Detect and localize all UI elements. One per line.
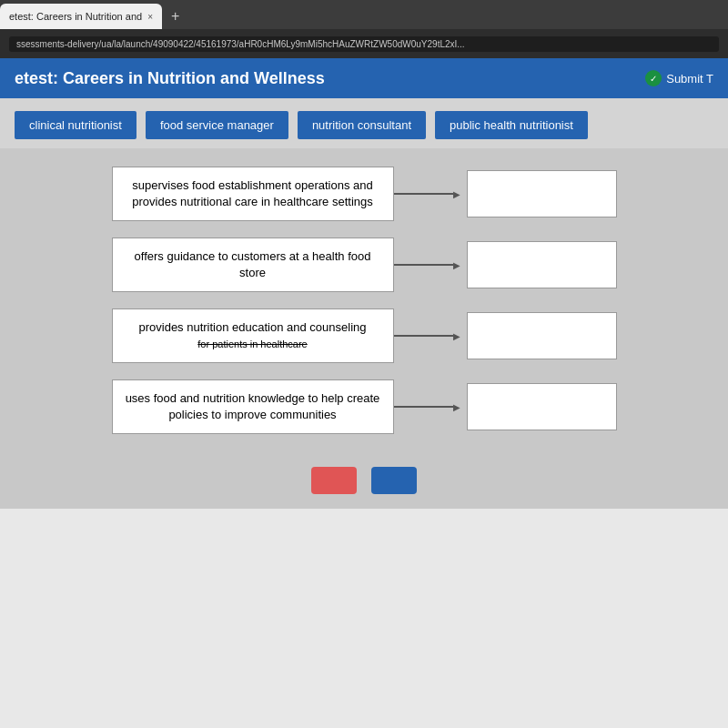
arrow-1 xyxy=(394,193,467,195)
answer-btn-clinical-nutritionist[interactable]: clinical nutritionist xyxy=(15,111,136,139)
tab-bar: etest: Careers in Nutrition and × + xyxy=(0,0,728,29)
description-box-1: supervises food establishment operations… xyxy=(112,167,394,221)
arrow-2 xyxy=(394,264,467,266)
match-row-2: offers guidance to customers at a health… xyxy=(9,238,719,292)
back-button[interactable] xyxy=(311,467,357,494)
answer-btn-food-service-manager[interactable]: food service manager xyxy=(146,111,288,139)
description-text-3a: provides nutrition education and counsel… xyxy=(138,320,366,334)
active-tab[interactable]: etest: Careers in Nutrition and × xyxy=(0,4,162,29)
tab-title: etest: Careers in Nutrition and xyxy=(9,11,142,22)
submit-label: Submit T xyxy=(666,72,713,86)
arrow-line-inner-3 xyxy=(394,335,453,337)
bottom-bar xyxy=(0,452,728,509)
submit-button[interactable]: ✓ Submit T xyxy=(645,70,713,86)
description-box-3: provides nutrition education and counsel… xyxy=(112,308,394,363)
answer-btn-public-health-nutritionist[interactable]: public health nutritionist xyxy=(435,111,588,139)
new-tab-button[interactable]: + xyxy=(162,8,188,25)
match-row-3: provides nutrition education and counsel… xyxy=(9,308,719,363)
browser-chrome: etest: Careers in Nutrition and × + xyxy=(0,0,728,58)
arrow-line-inner-4 xyxy=(394,406,453,408)
answer-box-1[interactable] xyxy=(467,170,617,217)
description-text-4: uses food and nutrition knowledge to hel… xyxy=(126,390,380,423)
submit-check-icon: ✓ xyxy=(645,70,662,86)
answer-box-4[interactable] xyxy=(467,383,617,430)
arrow-line-inner-2 xyxy=(394,264,453,266)
description-box-4: uses food and nutrition knowledge to hel… xyxy=(112,379,394,434)
description-text-1: supervises food establishment operations… xyxy=(126,177,380,210)
description-box-2: offers guidance to customers at a health… xyxy=(112,238,394,292)
arrow-line-inner-1 xyxy=(394,193,453,195)
page-title: etest: Careers in Nutrition and Wellness xyxy=(15,69,325,88)
address-bar xyxy=(0,29,728,58)
answer-box-3[interactable] xyxy=(467,312,617,359)
description-text-3b: for patients in healthcare xyxy=(197,339,307,349)
description-text-2: offers guidance to customers at a health… xyxy=(126,248,380,281)
address-input[interactable] xyxy=(9,36,719,52)
answer-box-2[interactable] xyxy=(467,241,617,288)
arrow-3 xyxy=(394,335,467,337)
next-button[interactable] xyxy=(371,467,417,494)
tab-close-button[interactable]: × xyxy=(147,12,153,22)
answer-btn-nutrition-consultant[interactable]: nutrition consultant xyxy=(298,111,426,139)
quiz-area: supervises food establishment operations… xyxy=(0,148,728,452)
page-content: etest: Careers in Nutrition and Wellness… xyxy=(0,58,728,728)
match-row-4: uses food and nutrition knowledge to hel… xyxy=(9,379,719,434)
page-header: etest: Careers in Nutrition and Wellness… xyxy=(0,58,728,98)
match-row-1: supervises food establishment operations… xyxy=(9,167,719,221)
arrow-4 xyxy=(394,406,467,408)
answer-buttons-area: clinical nutritionist food service manag… xyxy=(0,98,728,148)
